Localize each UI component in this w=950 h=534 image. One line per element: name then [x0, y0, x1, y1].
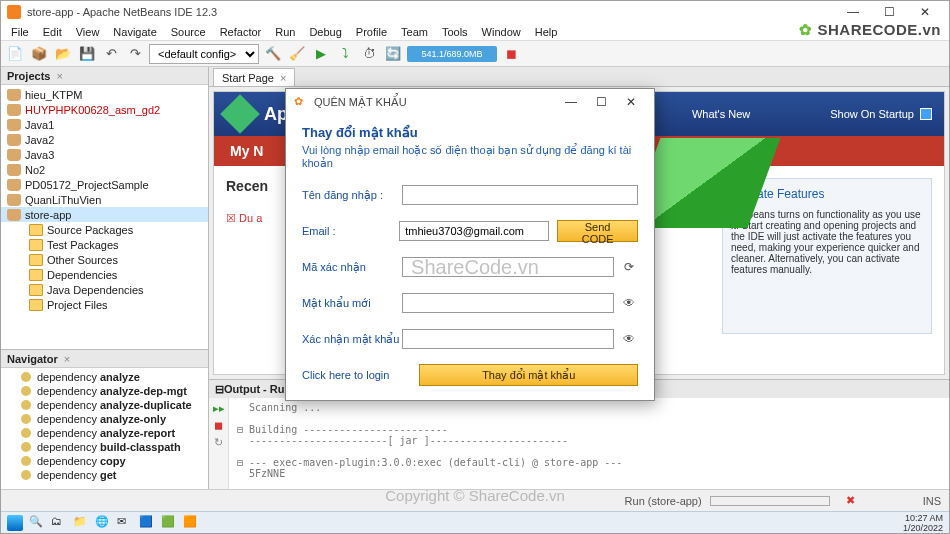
- stop-task-icon[interactable]: ✖: [846, 494, 855, 507]
- close-icon[interactable]: ×: [56, 70, 62, 82]
- build-icon[interactable]: 🔨: [263, 44, 283, 64]
- dialog-subtitle: Vui lòng nhập email hoặc số điện thoại b…: [302, 144, 638, 170]
- project-node-selected: store-app: [1, 207, 208, 222]
- task-icon[interactable]: 📁: [73, 515, 89, 531]
- task-icon[interactable]: 🟩: [161, 515, 177, 531]
- redo-icon[interactable]: ↷: [125, 44, 145, 64]
- recent-error: Du a: [239, 212, 262, 224]
- task-icon[interactable]: 🔍: [29, 515, 45, 531]
- menu-help[interactable]: Help: [529, 25, 564, 39]
- tree-folder: Project Files: [1, 297, 208, 312]
- close-icon[interactable]: ×: [280, 72, 286, 84]
- eye-icon[interactable]: 👁: [620, 332, 638, 346]
- new-project-icon[interactable]: 📦: [29, 44, 49, 64]
- dialog-close-button[interactable]: ✕: [616, 95, 646, 109]
- menu-profile[interactable]: Profile: [350, 25, 393, 39]
- status-ins: INS: [923, 495, 941, 507]
- close-icon[interactable]: ×: [64, 353, 70, 365]
- project-node: PD05172_ProjectSample: [1, 177, 208, 192]
- project-node: QuanLiThuVien: [1, 192, 208, 207]
- project-node: Java1: [1, 117, 208, 132]
- minimize-button[interactable]: —: [835, 2, 871, 22]
- editor-tabstrip: Start Page×: [209, 67, 949, 87]
- menu-view[interactable]: View: [70, 25, 106, 39]
- menu-file[interactable]: File: [5, 25, 35, 39]
- confirm-password-input[interactable]: [402, 329, 614, 349]
- task-icon[interactable]: 🌐: [95, 515, 111, 531]
- login-link[interactable]: Click here to login: [302, 369, 389, 381]
- status-run: Run (store-app): [625, 495, 702, 507]
- tab-start-page[interactable]: Start Page×: [213, 68, 295, 86]
- stop-icon[interactable]: ◼: [214, 419, 223, 432]
- projects-tree[interactable]: hieu_KTPM HUYPHPK00628_asm_gd2 Java1 Jav…: [1, 85, 208, 349]
- code-input[interactable]: [402, 257, 614, 277]
- show-startup-label: Show On Startup: [830, 108, 914, 120]
- email-label: Email :: [302, 225, 399, 237]
- code-label: Mã xác nhận: [302, 261, 402, 274]
- navigator-panel-header[interactable]: Navigator×: [1, 350, 208, 368]
- run-icon[interactable]: ▶: [311, 44, 331, 64]
- task-icon[interactable]: 🗂: [51, 515, 67, 531]
- profile-icon[interactable]: ⏱: [359, 44, 379, 64]
- tray-clock[interactable]: 10:27 AM1/20/2022: [903, 513, 943, 533]
- gear-icon: [21, 470, 31, 480]
- netbeans-logo-icon: [220, 94, 260, 134]
- new-password-input[interactable]: [402, 293, 614, 313]
- brand-watermark: ✿ SHARECODE.vn: [799, 21, 941, 39]
- send-code-button[interactable]: Send CODE: [557, 220, 638, 242]
- memory-meter[interactable]: 541.1/689.0MB: [407, 46, 497, 62]
- projects-panel-header[interactable]: Projects×: [1, 67, 208, 85]
- menu-source[interactable]: Source: [165, 25, 212, 39]
- debug-icon[interactable]: ⤵: [335, 44, 355, 64]
- maximize-button[interactable]: ☐: [871, 2, 907, 22]
- menu-tools[interactable]: Tools: [436, 25, 474, 39]
- menu-refactor[interactable]: Refactor: [214, 25, 268, 39]
- task-icon[interactable]: 🟧: [183, 515, 199, 531]
- gear-icon: [21, 386, 31, 396]
- dialog-maximize-button[interactable]: ☐: [586, 95, 616, 109]
- start-icon[interactable]: [7, 515, 23, 531]
- task-icon[interactable]: ✉: [117, 515, 133, 531]
- tree-folder: Other Sources: [1, 252, 208, 267]
- menu-window[interactable]: Window: [476, 25, 527, 39]
- output-text[interactable]: Scanning ... ⊟ Building ----------------…: [229, 398, 949, 489]
- menu-team[interactable]: Team: [395, 25, 434, 39]
- save-icon[interactable]: 💾: [77, 44, 97, 64]
- username-input[interactable]: [402, 185, 638, 205]
- dialog-minimize-button[interactable]: —: [556, 95, 586, 109]
- email-input[interactable]: [399, 221, 549, 241]
- gear-icon: [21, 414, 31, 424]
- tree-folder: Java Dependencies: [1, 282, 208, 297]
- output-gutter: ▸▸ ◼ ↻: [209, 398, 229, 489]
- open-icon[interactable]: 📂: [53, 44, 73, 64]
- config-select[interactable]: <default config>: [149, 44, 259, 64]
- new-file-icon[interactable]: 📄: [5, 44, 25, 64]
- project-node: HUYPHPK00628_asm_gd2: [1, 102, 208, 117]
- gear-icon: [21, 400, 31, 410]
- submit-button[interactable]: Thay đổi mật khẩu: [419, 364, 638, 386]
- newpw-label: Mật khẩu mới: [302, 297, 402, 310]
- task-icon[interactable]: 🟦: [139, 515, 155, 531]
- dialog-icon: ✿: [294, 95, 308, 109]
- undo-icon[interactable]: ↶: [101, 44, 121, 64]
- run-icon[interactable]: ▸▸: [213, 402, 225, 415]
- menu-edit[interactable]: Edit: [37, 25, 68, 39]
- stop-icon[interactable]: ◼: [501, 44, 521, 64]
- gear-icon: [21, 372, 31, 382]
- eye-icon[interactable]: 👁: [620, 296, 638, 310]
- whats-new-link[interactable]: What's New: [692, 108, 750, 120]
- navigator-list[interactable]: dependency analyze dependency analyze-de…: [1, 368, 208, 489]
- refresh-icon[interactable]: ⟳: [620, 260, 638, 274]
- menu-navigate[interactable]: Navigate: [107, 25, 162, 39]
- reload-icon[interactable]: 🔄: [383, 44, 403, 64]
- tree-folder: Test Packages: [1, 237, 208, 252]
- titlebar: store-app - Apache NetBeans IDE 12.3 — ☐…: [1, 1, 949, 23]
- clean-icon[interactable]: 🧹: [287, 44, 307, 64]
- gear-icon: [21, 456, 31, 466]
- menu-run[interactable]: Run: [269, 25, 301, 39]
- show-startup-checkbox[interactable]: [920, 108, 932, 120]
- confirm-label: Xác nhận mật khẩu: [302, 333, 402, 346]
- menu-debug[interactable]: Debug: [303, 25, 347, 39]
- close-button[interactable]: ✕: [907, 2, 943, 22]
- reload-icon[interactable]: ↻: [214, 436, 223, 449]
